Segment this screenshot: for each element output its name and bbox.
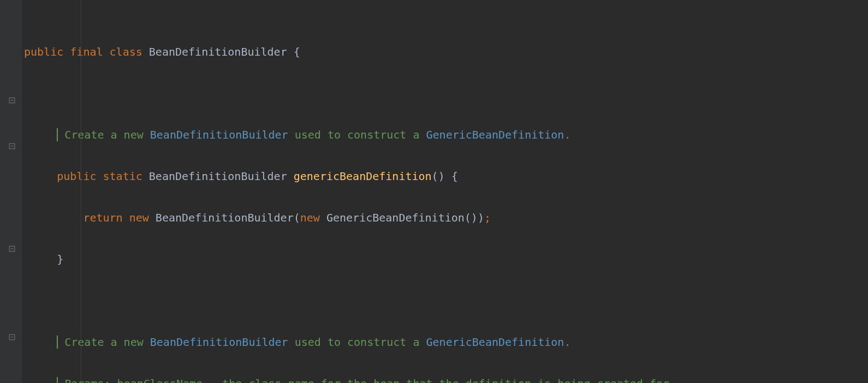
fold-icon[interactable] xyxy=(9,143,15,149)
javadoc-line: Params: beanClassName – the class name f… xyxy=(24,373,868,383)
code-line xyxy=(24,290,868,311)
code-line xyxy=(24,83,868,104)
fold-icon[interactable] xyxy=(9,334,15,340)
fold-icon[interactable] xyxy=(9,246,15,252)
code-editor[interactable]: public final class BeanDefinitionBuilder… xyxy=(22,0,868,383)
code-line: } xyxy=(24,249,868,270)
fold-icon[interactable] xyxy=(9,97,15,104)
code-line: public final class BeanDefinitionBuilder… xyxy=(24,41,868,62)
javadoc-line: Create a new BeanDefinitionBuilder used … xyxy=(24,332,868,352)
code-line: public static BeanDefinitionBuilder gene… xyxy=(24,166,868,187)
editor-gutter[interactable] xyxy=(0,0,22,383)
code-line: return new BeanDefinitionBuilder(new Gen… xyxy=(24,207,868,228)
javadoc-line: Create a new BeanDefinitionBuilder used … xyxy=(24,124,868,145)
